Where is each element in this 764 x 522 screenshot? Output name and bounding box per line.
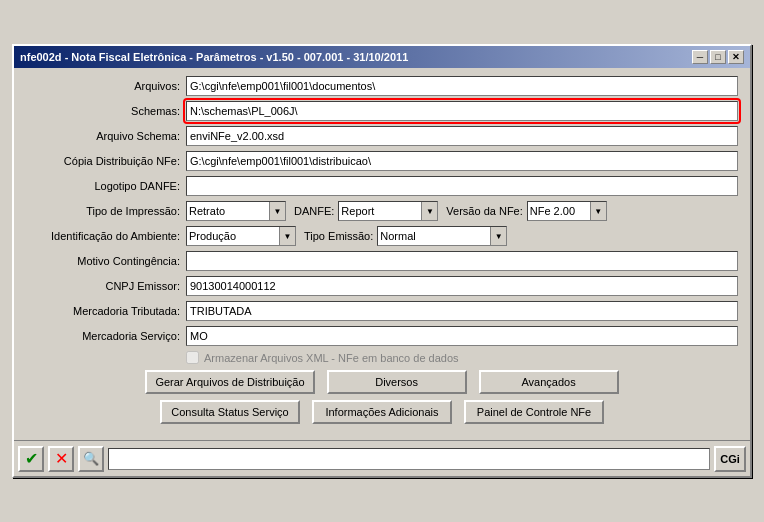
informacoes-button[interactable]: Informações Adicionais bbox=[312, 400, 452, 424]
identificacao-select[interactable]: Produção Homologação bbox=[186, 226, 296, 246]
buttons-row-2: Consulta Status Serviço Informações Adic… bbox=[26, 400, 738, 424]
window-title: nfe002d - Nota Fiscal Eletrônica - Parâm… bbox=[20, 51, 408, 63]
search-button[interactable]: 🔍 bbox=[78, 446, 104, 472]
title-bar: nfe002d - Nota Fiscal Eletrônica - Parâm… bbox=[14, 46, 750, 68]
tipo-impressao-select[interactable]: Retrato Paisagem bbox=[186, 201, 286, 221]
mercadoria-servico-label: Mercadoria Serviço: bbox=[26, 330, 186, 342]
schemas-label: Schemas: bbox=[26, 105, 186, 117]
danfe-wrap: Report PDF ▼ bbox=[338, 201, 438, 221]
danfe-group: DANFE: Report PDF ▼ bbox=[294, 201, 438, 221]
tipo-impressao-fields: Retrato Paisagem ▼ DANFE: Report PDF ▼ bbox=[186, 201, 738, 221]
consulta-button[interactable]: Consulta Status Serviço bbox=[160, 400, 300, 424]
danfe-select[interactable]: Report PDF bbox=[338, 201, 438, 221]
versao-group: Versão da NFe: NFe 2.00 NFe 3.10 ▼ bbox=[446, 201, 606, 221]
diversos-button[interactable]: Diversos bbox=[327, 370, 467, 394]
arquivos-row: Arquivos: bbox=[26, 76, 738, 96]
maximize-button[interactable]: □ bbox=[710, 50, 726, 64]
tipo-impressao-label: Tipo de Impressão: bbox=[26, 205, 186, 217]
buttons-row-1: Gerar Arquivos de Distribuição Diversos … bbox=[26, 370, 738, 394]
motivo-row: Motivo Contingência: bbox=[26, 251, 738, 271]
versao-wrap: NFe 2.00 NFe 3.10 ▼ bbox=[527, 201, 607, 221]
cnpj-row: CNPJ Emissor: bbox=[26, 276, 738, 296]
copia-row: Cópia Distribuição NFe: bbox=[26, 151, 738, 171]
form-content: Arquivos: Schemas: Arquivo Schema: Cópia… bbox=[14, 68, 750, 436]
painel-button[interactable]: Painel de Controle NFe bbox=[464, 400, 604, 424]
status-input-field[interactable] bbox=[108, 448, 710, 470]
main-window: nfe002d - Nota Fiscal Eletrônica - Parâm… bbox=[12, 44, 752, 478]
tipo-emissao-label: Tipo Emissão: bbox=[304, 230, 373, 242]
schemas-input-wrap bbox=[186, 101, 738, 121]
mercadoria-tributada-label: Mercadoria Tributada: bbox=[26, 305, 186, 317]
versao-label: Versão da NFe: bbox=[446, 205, 522, 217]
cnpj-input[interactable] bbox=[186, 276, 738, 296]
mercadoria-tributada-row: Mercadoria Tributada: bbox=[26, 301, 738, 321]
copia-label: Cópia Distribuição NFe: bbox=[26, 155, 186, 167]
minimize-button[interactable]: ─ bbox=[692, 50, 708, 64]
tipo-impressao-wrap: Retrato Paisagem ▼ bbox=[186, 201, 286, 221]
armazenar-label: Armazenar Arquivos XML - NFe em banco de… bbox=[204, 352, 459, 364]
tipo-emissao-wrap: Normal Contingência ▼ bbox=[377, 226, 507, 246]
versao-select[interactable]: NFe 2.00 NFe 3.10 bbox=[527, 201, 607, 221]
armazenar-checkbox[interactable] bbox=[186, 351, 199, 364]
arquivo-schema-input[interactable] bbox=[186, 126, 738, 146]
schemas-input[interactable] bbox=[186, 101, 738, 121]
logotipo-input[interactable] bbox=[186, 176, 738, 196]
logotipo-row: Logotipo DANFE: bbox=[26, 176, 738, 196]
status-bar: ✔ ✕ 🔍 CGi bbox=[14, 440, 750, 476]
gerar-button[interactable]: Gerar Arquivos de Distribuição bbox=[145, 370, 314, 394]
danfe-label: DANFE: bbox=[294, 205, 334, 217]
close-status-icon: ✕ bbox=[55, 449, 68, 468]
search-icon: 🔍 bbox=[83, 451, 99, 466]
arquivo-schema-label: Arquivo Schema: bbox=[26, 130, 186, 142]
motivo-input[interactable] bbox=[186, 251, 738, 271]
check-icon: ✔ bbox=[25, 449, 38, 468]
motivo-label: Motivo Contingência: bbox=[26, 255, 186, 267]
mercadoria-servico-row: Mercadoria Serviço: bbox=[26, 326, 738, 346]
tipo-impressao-row: Tipo de Impressão: Retrato Paisagem ▼ DA… bbox=[26, 201, 738, 221]
logotipo-label: Logotipo DANFE: bbox=[26, 180, 186, 192]
arquivos-input[interactable] bbox=[186, 76, 738, 96]
cnpj-label: CNPJ Emissor: bbox=[26, 280, 186, 292]
tipo-emissao-group: Tipo Emissão: Normal Contingência ▼ bbox=[304, 226, 507, 246]
identificacao-label: Identificação do Ambiente: bbox=[26, 230, 186, 242]
identificacao-wrap: Produção Homologação ▼ bbox=[186, 226, 296, 246]
mercadoria-servico-input[interactable] bbox=[186, 326, 738, 346]
tipo-emissao-select[interactable]: Normal Contingência bbox=[377, 226, 507, 246]
arquivo-schema-row: Arquivo Schema: bbox=[26, 126, 738, 146]
armazenar-row: Armazenar Arquivos XML - NFe em banco de… bbox=[186, 351, 738, 364]
title-bar-buttons: ─ □ ✕ bbox=[692, 50, 744, 64]
identificacao-row: Identificação do Ambiente: Produção Homo… bbox=[26, 226, 738, 246]
arquivos-label: Arquivos: bbox=[26, 80, 186, 92]
close-status-button[interactable]: ✕ bbox=[48, 446, 74, 472]
copia-input[interactable] bbox=[186, 151, 738, 171]
schemas-row: Schemas: bbox=[26, 101, 738, 121]
cgi-button[interactable]: CGi bbox=[714, 446, 746, 472]
close-button[interactable]: ✕ bbox=[728, 50, 744, 64]
mercadoria-tributada-input[interactable] bbox=[186, 301, 738, 321]
avancados-button[interactable]: Avançados bbox=[479, 370, 619, 394]
identificacao-fields: Produção Homologação ▼ Tipo Emissão: Nor… bbox=[186, 226, 738, 246]
check-button[interactable]: ✔ bbox=[18, 446, 44, 472]
